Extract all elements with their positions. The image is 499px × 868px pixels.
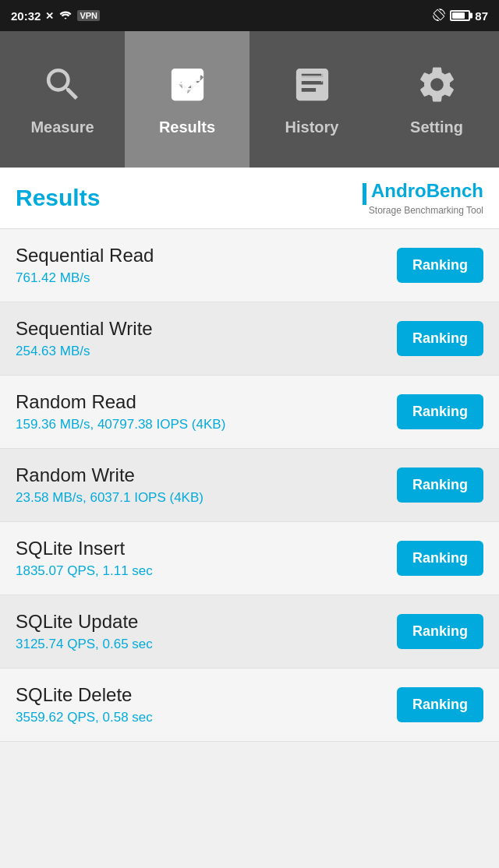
brand-tagline: Storage Benchmarking Tool — [369, 205, 483, 216]
ranking-button[interactable]: Ranking — [397, 248, 483, 283]
results-list: Sequential Read761.42 MB/sRankingSequent… — [0, 229, 499, 742]
result-info: Random Read159.36 MB/s, 40797.38 IOPS (4… — [16, 391, 225, 432]
result-value: 1835.07 QPS, 1.11 sec — [16, 563, 153, 579]
result-name: SQLite Delete — [16, 684, 153, 706]
time-display: 20:32 — [11, 9, 41, 23]
result-row: Random Read159.36 MB/s, 40797.38 IOPS (4… — [0, 376, 499, 449]
ranking-button[interactable]: Ranking — [397, 614, 483, 649]
status-bar-right: 87 — [433, 9, 488, 23]
result-value: 23.58 MB/s, 6037.1 IOPS (4KB) — [16, 490, 203, 506]
wifi-icon — [58, 9, 73, 23]
brand-bench: Bench — [426, 180, 483, 201]
result-info: SQLite Delete3559.62 QPS, 0.58 sec — [16, 684, 153, 725]
svg-rect-1 — [182, 80, 187, 94]
result-name: Sequential Write — [16, 318, 153, 340]
brand-accent — [363, 183, 366, 205]
ranking-button[interactable]: Ranking — [397, 541, 483, 576]
tab-setting[interactable]: Setting — [374, 31, 499, 168]
tab-measure-label: Measure — [30, 118, 94, 136]
result-info: Random Write23.58 MB/s, 6037.1 IOPS (4KB… — [16, 464, 203, 506]
result-name: Random Write — [16, 464, 203, 486]
results-icon — [166, 63, 209, 112]
result-value: 761.42 MB/s — [16, 270, 154, 286]
nav-tabs: Measure Results History — [0, 31, 499, 168]
ranking-button[interactable]: Ranking — [397, 468, 483, 503]
setting-icon — [416, 63, 458, 112]
result-name: Random Read — [16, 391, 225, 413]
result-name: Sequential Read — [16, 245, 154, 266]
result-row: SQLite Insert1835.07 QPS, 1.11 secRankin… — [0, 522, 499, 595]
tab-measure[interactable]: Measure — [0, 31, 125, 168]
battery-icon — [450, 10, 470, 21]
search-icon — [41, 63, 84, 112]
tab-results-label: Results — [159, 118, 215, 136]
tab-history[interactable]: History — [250, 31, 374, 168]
result-name: SQLite Insert — [16, 538, 153, 559]
svg-rect-0 — [173, 86, 179, 94]
status-bar-left: 20:32 ✕ VPN — [11, 9, 100, 23]
brand-andro: Andro — [371, 180, 426, 201]
tab-setting-label: Setting — [410, 118, 463, 136]
result-info: Sequential Read761.42 MB/s — [16, 245, 154, 286]
result-info: Sequential Write254.63 MB/s — [16, 318, 153, 359]
page-header: Results AndroBench Storage Benchmarking … — [0, 168, 499, 229]
result-row: Sequential Read761.42 MB/sRanking — [0, 229, 499, 302]
rotation-icon — [433, 9, 445, 23]
tab-results[interactable]: Results — [125, 31, 250, 168]
result-value: 159.36 MB/s, 40797.38 IOPS (4KB) — [16, 417, 225, 432]
brand-name: AndroBench — [371, 180, 483, 201]
ranking-button[interactable]: Ranking — [397, 394, 483, 429]
result-value: 254.63 MB/s — [16, 344, 153, 359]
battery-percent: 87 — [475, 9, 488, 23]
result-info: SQLite Insert1835.07 QPS, 1.11 sec — [16, 538, 153, 579]
vpn-icon: VPN — [77, 10, 100, 21]
svg-rect-2 — [191, 76, 196, 95]
result-value: 3559.62 QPS, 0.58 sec — [16, 710, 153, 725]
result-row: SQLite Update3125.74 QPS, 0.65 secRankin… — [0, 595, 499, 669]
history-icon — [291, 63, 334, 112]
page-title: Results — [16, 185, 100, 211]
status-bar: 20:32 ✕ VPN 87 — [0, 0, 499, 31]
result-value: 3125.74 QPS, 0.65 sec — [16, 637, 153, 652]
tab-history-label: History — [285, 118, 339, 136]
result-row: Sequential Write254.63 MB/sRanking — [0, 302, 499, 376]
ranking-button[interactable]: Ranking — [397, 321, 483, 356]
result-row: SQLite Delete3559.62 QPS, 0.58 secRankin… — [0, 669, 499, 742]
result-info: SQLite Update3125.74 QPS, 0.65 sec — [16, 611, 153, 652]
ranking-button[interactable]: Ranking — [397, 687, 483, 722]
result-row: Random Write23.58 MB/s, 6037.1 IOPS (4KB… — [0, 449, 499, 522]
result-name: SQLite Update — [16, 611, 153, 633]
brand-logo: AndroBench Storage Benchmarking Tool — [363, 180, 483, 216]
brand-name-container: AndroBench — [363, 180, 483, 205]
close-icon: ✕ — [45, 10, 54, 22]
